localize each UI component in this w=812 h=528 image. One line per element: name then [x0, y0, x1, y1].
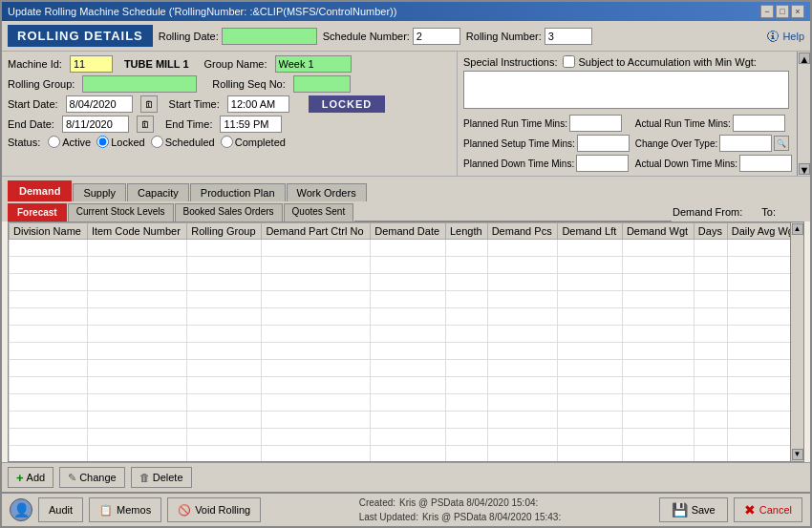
subject-checkbox[interactable] — [563, 55, 575, 68]
rolling-group-label: Rolling Group: — [8, 78, 75, 90]
table-row — [10, 343, 803, 360]
change-over-picker-button[interactable]: 🔍 — [774, 136, 789, 151]
status-locked-radio[interactable] — [96, 136, 109, 148]
actual-run-input[interactable] — [733, 115, 785, 132]
group-name-label: Group Name: — [204, 58, 267, 70]
tab-demand[interactable]: Demand — [8, 180, 72, 201]
rolling-number-input[interactable] — [545, 28, 592, 45]
status-locked[interactable]: Locked — [96, 136, 144, 148]
status-label: Status: — [8, 137, 40, 148]
actual-run-group: Actual Run Time Mins: — [635, 115, 792, 132]
end-date-input[interactable] — [62, 116, 129, 133]
table-row — [10, 291, 803, 308]
right-panel-scrollbar: ▲ ▼ — [797, 52, 810, 176]
status-scheduled[interactable]: Scheduled — [151, 136, 215, 148]
void-rolling-button[interactable]: 🚫 Void Rolling — [167, 497, 261, 522]
change-label: Change — [79, 472, 117, 483]
bottom-toolbar: + Add ✎ Change 🗑 Delete — [2, 462, 810, 492]
tab-forecast[interactable]: Forecast — [8, 203, 67, 222]
table-row — [10, 446, 803, 463]
void-rolling-label: Void Rolling — [195, 504, 250, 516]
col-demand-lft[interactable]: Demand Lft — [558, 223, 622, 240]
delete-button[interactable]: 🗑 Delete — [131, 467, 192, 488]
col-demand-date[interactable]: Demand Date — [371, 223, 446, 240]
add-button[interactable]: + Add — [8, 467, 53, 488]
planned-setup-input[interactable] — [577, 135, 630, 152]
cancel-button[interactable]: ✖ Cancel — [734, 497, 802, 522]
col-demand-pcs[interactable]: Demand Pcs — [487, 223, 558, 240]
tab-work-orders[interactable]: Work Orders — [287, 183, 367, 201]
table-scroll-down[interactable]: ▼ — [792, 449, 803, 460]
help-button[interactable]: 🛈 Help — [766, 29, 804, 44]
tab-current-stock[interactable]: Current Stock Levels — [68, 203, 174, 222]
special-instructions-textarea[interactable] — [463, 71, 789, 109]
end-date-picker-button[interactable]: 🗓 — [137, 116, 154, 133]
table-scroll-up[interactable]: ▲ — [792, 223, 803, 235]
col-rolling-group[interactable]: Rolling Group — [187, 223, 262, 240]
save-button[interactable]: 💾 Save — [659, 497, 728, 522]
end-date-label: End Date: — [8, 118, 54, 130]
scroll-up-button[interactable]: ▲ — [799, 53, 810, 64]
table-row — [10, 429, 803, 446]
end-time-input[interactable] — [220, 116, 282, 133]
table-row — [10, 360, 803, 377]
planned-down-label: Planned Down Time Mins: — [463, 158, 574, 169]
planned-run-input[interactable] — [569, 115, 622, 132]
col-demand-part[interactable]: Demand Part Ctrl No — [262, 223, 371, 240]
planned-setup-label: Planned Setup Time Mins: — [463, 138, 575, 149]
start-time-label: Start Time: — [169, 98, 220, 110]
audit-button[interactable]: Audit — [38, 497, 83, 522]
rolling-seq-label: Rolling Seq No: — [212, 78, 285, 90]
table-row — [10, 326, 803, 343]
table-row — [10, 377, 803, 394]
created-label: Created: — [359, 496, 395, 510]
planned-down-input[interactable] — [576, 155, 629, 172]
save-label: Save — [692, 504, 716, 516]
tab-capacity[interactable]: Capacity — [127, 183, 189, 201]
scroll-down-button[interactable]: ▼ — [799, 163, 810, 175]
status-active-radio[interactable] — [48, 136, 60, 148]
tab-booked-sales[interactable]: Booked Sales Orders — [175, 203, 283, 222]
status-center-section: Created: Kris @ PSData 8/04/2020 15:04: … — [359, 496, 562, 524]
status-completed-radio[interactable] — [221, 136, 233, 148]
rolling-details-header: ROLLING DETAILS — [8, 25, 153, 47]
rolling-group-input[interactable] — [82, 75, 197, 93]
minimize-button[interactable]: − — [760, 5, 774, 18]
memos-button[interactable]: 📋 Memos — [89, 497, 161, 522]
col-length[interactable]: Length — [445, 223, 487, 240]
change-button[interactable]: ✎ Change — [59, 467, 125, 488]
start-time-input[interactable] — [227, 95, 289, 113]
maximize-button[interactable]: □ — [776, 5, 789, 18]
change-over-input[interactable] — [719, 135, 772, 152]
start-date-picker-button[interactable]: 🗓 — [140, 95, 158, 113]
rolling-seq-input[interactable] — [293, 75, 351, 93]
tab-production-plan[interactable]: Production Plan — [190, 183, 286, 201]
window-controls: − □ × — [760, 5, 804, 18]
schedule-number-input[interactable] — [413, 28, 460, 45]
col-division-name[interactable]: Division Name — [10, 223, 88, 240]
col-demand-wgt[interactable]: Demand Wgt — [622, 223, 694, 240]
delete-label: Delete — [153, 472, 183, 483]
status-completed[interactable]: Completed — [221, 136, 286, 148]
col-item-code[interactable]: Item Code Number — [87, 223, 186, 240]
tab-supply[interactable]: Supply — [73, 183, 126, 201]
add-label: Add — [27, 472, 46, 483]
rolling-date-input[interactable] — [222, 28, 317, 45]
machine-id-input[interactable] — [70, 55, 113, 73]
actual-down-input[interactable] — [739, 155, 792, 172]
status-active[interactable]: Active — [48, 136, 91, 148]
schedule-number-group: Schedule Number: — [323, 28, 460, 45]
group-name-input[interactable] — [275, 55, 352, 73]
created-value: Kris @ PSData 8/04/2020 15:04: — [399, 496, 538, 510]
close-button[interactable]: × — [791, 5, 804, 18]
tab-quotes-sent[interactable]: Quotes Sent — [284, 203, 354, 222]
col-days[interactable]: Days — [694, 223, 727, 240]
start-date-input[interactable] — [66, 95, 133, 113]
sub-tab-row: Forecast Current Stock Levels Booked Sal… — [8, 203, 804, 222]
machine-name: TUBE MILL 1 — [124, 58, 189, 70]
memo-icon: 📋 — [99, 504, 113, 517]
avatar: 👤 — [10, 498, 32, 521]
status-scheduled-radio[interactable] — [151, 136, 163, 148]
machine-id-label: Machine Id: — [8, 58, 62, 70]
void-icon: 🚫 — [178, 504, 191, 517]
